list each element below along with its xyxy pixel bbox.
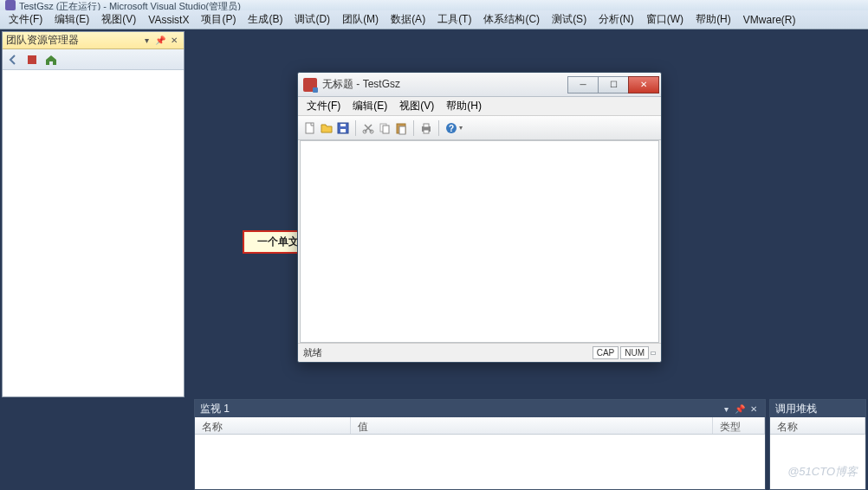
mfc-app-icon xyxy=(303,78,317,92)
menu-tools[interactable]: 工具(T) xyxy=(432,10,476,29)
watch-col-type[interactable]: 类型 xyxy=(713,417,765,434)
menu-test[interactable]: 测试(S) xyxy=(547,10,592,29)
team-explorer-panel: 团队资源管理器 ▾ 📌 ✕ xyxy=(2,31,185,397)
watch-grid-header: 名称 值 类型 xyxy=(195,417,765,435)
callstack-grid-header: 名称 xyxy=(770,417,865,435)
menu-team[interactable]: 团队(M) xyxy=(337,10,384,29)
menu-window[interactable]: 窗口(W) xyxy=(641,10,689,29)
menu-project[interactable]: 项目(P) xyxy=(196,10,241,29)
watch-pin-icon[interactable]: 📌 xyxy=(734,403,746,415)
svg-rect-0 xyxy=(28,55,36,64)
svg-rect-10 xyxy=(399,126,405,134)
panel-dropdown-icon[interactable]: ▾ xyxy=(140,35,152,47)
menu-architecture[interactable]: 体系结构(C) xyxy=(478,10,545,29)
watch-dropdown-icon[interactable]: ▾ xyxy=(720,403,732,415)
nav-back-icon[interactable] xyxy=(6,53,20,67)
close-button[interactable]: ✕ xyxy=(628,76,659,93)
menu-build[interactable]: 生成(B) xyxy=(243,10,288,29)
status-ready: 就绪 xyxy=(303,346,322,359)
menu-analyze[interactable]: 分析(N) xyxy=(593,10,639,29)
menu-file[interactable]: 文件(F) xyxy=(3,10,48,29)
print-icon[interactable] xyxy=(419,121,433,135)
watch-grid-body[interactable] xyxy=(195,435,765,489)
svg-rect-8 xyxy=(383,126,389,133)
menu-vassistx[interactable]: VAssistX xyxy=(143,12,194,28)
svg-rect-13 xyxy=(424,130,429,133)
vs-title-text: TestGsz (正在运行) - Microsoft Visual Studio… xyxy=(19,0,241,10)
paste-icon[interactable] xyxy=(394,121,408,135)
watch-title: 监视 1 xyxy=(200,402,230,416)
callstack-title: 调用堆栈 xyxy=(775,402,817,416)
menu-vmware[interactable]: VMware(R) xyxy=(738,12,801,28)
mfc-title-text: 无标题 - TestGsz xyxy=(322,77,568,92)
minimize-button[interactable]: ─ xyxy=(567,76,599,93)
team-explorer-title: 团队资源管理器 xyxy=(6,33,79,48)
mfc-menu-help[interactable]: 帮助(H) xyxy=(441,97,487,115)
watch-panel: 监视 1 ▾ 📌 ✕ 名称 值 类型 xyxy=(194,399,766,490)
watch-col-name[interactable]: 名称 xyxy=(195,417,351,434)
watch-col-value[interactable]: 值 xyxy=(351,417,713,434)
watermark-text: @51CTO博客 xyxy=(787,464,858,480)
mfc-menu-file[interactable]: 文件(F) xyxy=(301,97,346,115)
menu-view[interactable]: 视图(V) xyxy=(96,10,141,29)
menu-edit[interactable]: 编辑(E) xyxy=(49,10,94,29)
menu-debug[interactable]: 调试(D) xyxy=(289,10,335,29)
mfc-menu-view[interactable]: 视图(V) xyxy=(394,97,439,115)
svg-text:?: ? xyxy=(449,124,454,133)
svg-rect-4 xyxy=(340,124,346,126)
help-about-icon[interactable]: ? xyxy=(444,121,458,135)
dropdown-icon[interactable]: ▾ xyxy=(459,124,463,132)
save-icon[interactable] xyxy=(336,121,350,135)
svg-rect-1 xyxy=(306,123,314,133)
status-scrl xyxy=(651,351,656,355)
mfc-menubar: 文件(F) 编辑(E) 视图(V) 帮助(H) xyxy=(298,97,661,116)
svg-rect-3 xyxy=(340,129,346,132)
home-icon[interactable] xyxy=(44,53,58,67)
vs-titlebar: TestGsz (正在运行) - Microsoft Visual Studio… xyxy=(0,0,868,10)
svg-rect-12 xyxy=(424,124,429,127)
mfc-statusbar: 就绪 CAP NUM xyxy=(298,343,661,362)
callstack-titlebar: 调用堆栈 xyxy=(770,400,865,417)
menu-data[interactable]: 数据(A) xyxy=(385,10,431,29)
new-file-icon[interactable] xyxy=(303,121,317,135)
stop-icon[interactable] xyxy=(25,53,39,67)
mfc-titlebar[interactable]: 无标题 - TestGsz ─ ☐ ✕ xyxy=(298,73,661,97)
team-explorer-toolbar xyxy=(3,49,184,70)
menu-help[interactable]: 帮助(H) xyxy=(690,10,736,29)
vs-app-icon xyxy=(5,0,16,10)
status-num: NUM xyxy=(620,346,649,359)
vs-menubar: 文件(F) 编辑(E) 视图(V) VAssistX 项目(P) 生成(B) 调… xyxy=(0,10,868,29)
callstack-col-name[interactable]: 名称 xyxy=(770,417,865,434)
mfc-toolbar: ? ▾ xyxy=(298,116,661,140)
maximize-button[interactable]: ☐ xyxy=(598,76,629,93)
mfc-client-area xyxy=(300,140,659,343)
team-explorer-titlebar: 团队资源管理器 ▾ 📌 ✕ xyxy=(3,32,184,49)
watch-titlebar: 监视 1 ▾ 📌 ✕ xyxy=(195,400,765,417)
status-cap: CAP xyxy=(593,346,619,359)
team-explorer-body xyxy=(3,70,184,397)
mfc-app-window[interactable]: 无标题 - TestGsz ─ ☐ ✕ 文件(F) 编辑(E) 视图(V) 帮助… xyxy=(297,72,662,363)
cut-icon[interactable] xyxy=(361,121,375,135)
open-file-icon[interactable] xyxy=(320,121,334,135)
mfc-menu-edit[interactable]: 编辑(E) xyxy=(347,97,392,115)
callstack-grid-body[interactable] xyxy=(770,435,865,489)
panel-pin-icon[interactable]: 📌 xyxy=(154,35,166,47)
watch-close-icon[interactable]: ✕ xyxy=(748,403,760,415)
copy-icon[interactable] xyxy=(378,121,392,135)
panel-close-icon[interactable]: ✕ xyxy=(168,35,180,47)
